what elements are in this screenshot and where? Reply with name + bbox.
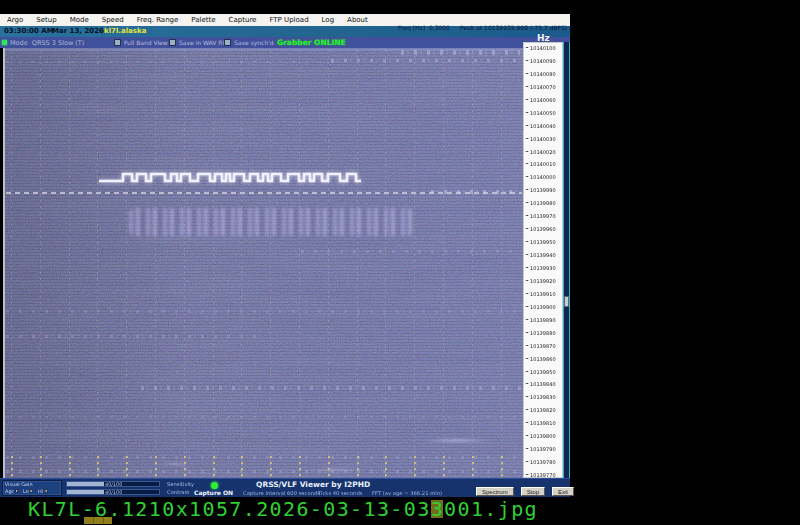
menu-item-palette[interactable]: Palette (191, 14, 215, 26)
spectrum-button[interactable]: Spectrum (476, 487, 514, 496)
mode-label: Mode (10, 39, 28, 47)
freq-scale-label: 10139940 (530, 253, 556, 258)
menu-item-speed[interactable]: Speed (102, 14, 124, 26)
menu-item-argo[interactable]: Argo (7, 14, 23, 26)
visual-gain-radio-group: AgcLoHi (3, 488, 61, 494)
freq-scale-label: 10139790 (530, 447, 556, 452)
freq-scale-label: 10139910 (530, 291, 556, 296)
capture-interval-info: Capture interval 600 seconds (243, 490, 320, 496)
radio-circle-icon (30, 489, 34, 493)
radio-lo[interactable]: Lo (23, 488, 33, 493)
sensitivity-label: Sensitivity (167, 481, 194, 487)
freq-scale-label: 10140010 (530, 162, 556, 167)
freq-scale-label: 10140070 (530, 84, 556, 89)
checkbox-label: Full Band View (124, 39, 168, 46)
stop-button[interactable]: Stop (521, 487, 545, 496)
freq-scale-label: 10139990 (530, 188, 556, 193)
freq-scale-label: 10139770 (530, 472, 556, 477)
checkbox-box-icon (114, 39, 121, 46)
radio-agc[interactable]: Agc (5, 488, 19, 493)
scrollbar-thumb[interactable] (564, 296, 569, 307)
radio-hi[interactable]: Hi (38, 488, 48, 493)
freq-scale-label: 10139880 (530, 330, 556, 335)
checkbox-save-in-wav-file[interactable]: Save in WAV file (169, 39, 228, 46)
freq-scale-label: 10139830 (530, 395, 556, 400)
checkbox-label: Save in WAV file (179, 39, 228, 46)
visual-gain-panel: Visual Gain AgcLoHi (2, 480, 62, 496)
mode-text: Mode QRSS 3 Slow (T) (10, 39, 84, 47)
date-text: Mar 13, 2026 (52, 27, 104, 35)
checkbox-box-icon (224, 39, 231, 46)
app-title: QRSS/VLF Viewer by I2PHD (256, 480, 370, 489)
radio-label: Agc (5, 488, 14, 493)
freq-scale-label: 10139850 (530, 369, 556, 374)
bottom-control-bar: Visual Gain AgcLoHi 40/100 40/100 Sensit… (0, 478, 570, 497)
argo-app-window: ArgoSetupModeSpeedFreq. RangePaletteCapt… (0, 0, 800, 525)
freq-scale-label: 10139960 (530, 227, 556, 232)
menu-item-about[interactable]: About (347, 14, 368, 26)
contrast-slider[interactable]: 40/100 (66, 489, 160, 495)
freq-scale-label: 10139890 (530, 317, 556, 322)
freq-scale-label: 10140080 (530, 71, 556, 76)
menu-item-setup[interactable]: Setup (36, 14, 56, 26)
freq-scale-label: 10140020 (530, 149, 556, 154)
caption-artifact-block (84, 517, 112, 524)
freq-label: Freq [Hz] (398, 24, 425, 31)
contrast-value: 40/100 (105, 489, 122, 494)
checkbox-save-synch-d[interactable]: Save synch'd (224, 39, 274, 46)
menu-item-log[interactable]: Log (322, 14, 335, 26)
checkbox-full-band-view[interactable]: Full Band View (114, 39, 168, 46)
exit-button[interactable]: Exit (552, 487, 574, 496)
status-led-icon (2, 40, 7, 45)
peak-readout: Peak at 10139935.998 (-75.7 dBFS) (460, 24, 567, 31)
freq-scale-label: 10139820 (530, 408, 556, 413)
freq-scale-label: 10139870 (530, 343, 556, 348)
freq-scale-label: 10139810 (530, 421, 556, 426)
checkbox-box-icon (169, 39, 176, 46)
menu-item-mode[interactable]: Mode (70, 14, 89, 26)
visual-gain-title: Visual Gain (3, 481, 55, 487)
contrast-label: Contrast (167, 489, 189, 495)
capture-status: Capture ON (194, 489, 233, 496)
action-button-row: SpectrumStopExit (476, 487, 574, 496)
radio-label: Lo (23, 488, 29, 493)
freq-scale-label: 10139950 (530, 240, 556, 245)
mode-value: QRSS 3 Slow (T) (32, 39, 85, 47)
frequency-scrollbar[interactable] (563, 42, 570, 478)
sensitivity-slider-fill (67, 482, 104, 486)
freq-scale-label: 10139800 (530, 434, 556, 439)
fsk-trace-path (99, 174, 361, 181)
station-id: kl7l.alaska (104, 27, 146, 35)
freq-scale-label: 10139840 (530, 382, 556, 387)
sensitivity-slider[interactable]: 40/100 (66, 481, 160, 487)
waterfall-display[interactable] (5, 48, 523, 478)
grabber-status-badge: Grabber ONLINE (277, 38, 346, 47)
menu-item-ftp-upload[interactable]: FTP Upload (269, 14, 308, 26)
fsk-cw-signal-trace (5, 48, 523, 478)
freq-scale-label: 10140030 (530, 136, 556, 141)
mode-bar: Mode QRSS 3 Slow (T) Full Band ViewSave … (0, 37, 570, 48)
freq-scale-label: 10140040 (530, 123, 556, 128)
freq-scale-label: 10139900 (530, 304, 556, 309)
freq-scale-label: 10139980 (530, 201, 556, 206)
freq-scale-label: 10140060 (530, 97, 556, 102)
freq-readout: Freq [Hz] 0.3000 (398, 24, 450, 31)
clock-text: 03:30:00 AM (4, 27, 54, 35)
fft-info: FFT (av age = 366.21 min) (372, 490, 442, 496)
radio-circle-icon (44, 489, 48, 493)
frequency-scale: 1014010010140090101400801014007010140060… (523, 42, 563, 478)
freq-scale-label: 10139930 (530, 265, 556, 270)
ticks-info: Ticks 40 seconds (318, 490, 362, 496)
freq-scale-label: 10140050 (530, 110, 556, 115)
capture-led-icon (211, 482, 218, 489)
freq-scale-label: 10139920 (530, 278, 556, 283)
status-bar: 03:30:00 AM Mar 13, 2026 kl7l.alaska Fre… (0, 26, 570, 37)
menu-item-freq-range[interactable]: Freq. Range (137, 14, 179, 26)
freq-scale-label: 10140000 (530, 175, 556, 180)
freq-value: 0.3000 (429, 24, 450, 31)
radio-label: Hi (38, 488, 43, 493)
menu-item-capture[interactable]: Capture (229, 14, 257, 26)
freq-scale-label: 10140090 (530, 58, 556, 63)
freq-scale-label: 10139780 (530, 460, 556, 465)
freq-scale-label: 10139970 (530, 214, 556, 219)
